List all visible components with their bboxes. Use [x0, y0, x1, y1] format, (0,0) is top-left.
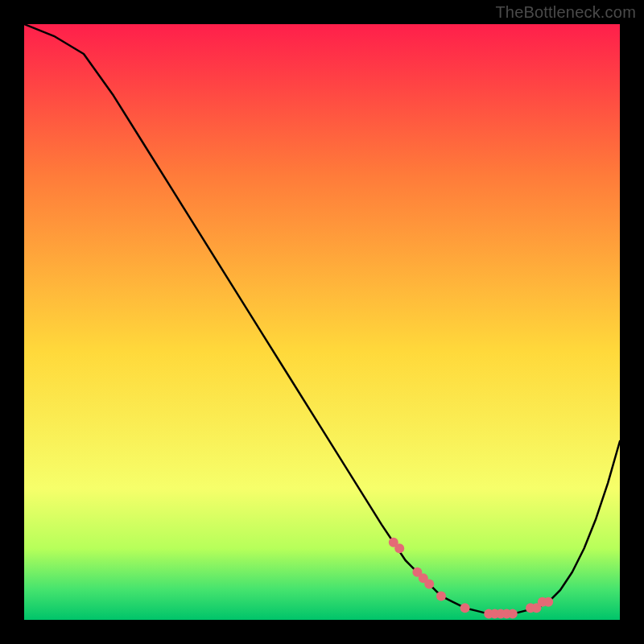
data-marker [460, 603, 470, 613]
chart-frame: TheBottleneck.com [0, 0, 644, 644]
data-marker [508, 609, 518, 619]
data-marker [424, 580, 434, 589]
watermark-label: TheBottleneck.com [495, 3, 636, 22]
chart-svg [24, 24, 620, 620]
data-marker [543, 597, 553, 607]
bottleneck-chart [24, 24, 620, 620]
chart-background [24, 24, 620, 620]
data-marker [394, 543, 404, 553]
data-marker [436, 591, 446, 601]
